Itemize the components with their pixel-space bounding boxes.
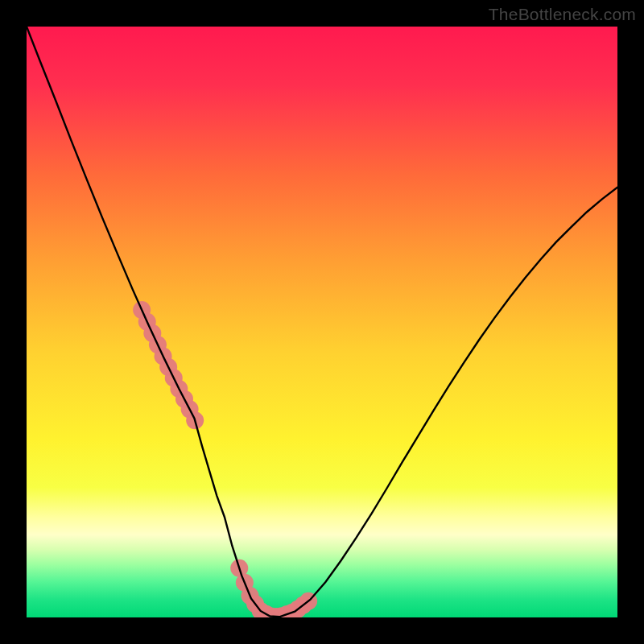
bottleneck-curve bbox=[27, 27, 617, 617]
chart-frame: TheBottleneck.com bbox=[0, 0, 644, 644]
highlight-band bbox=[133, 301, 317, 617]
plot-area bbox=[27, 27, 617, 617]
watermark-text: TheBottleneck.com bbox=[489, 5, 636, 24]
curve-layer bbox=[27, 27, 617, 617]
